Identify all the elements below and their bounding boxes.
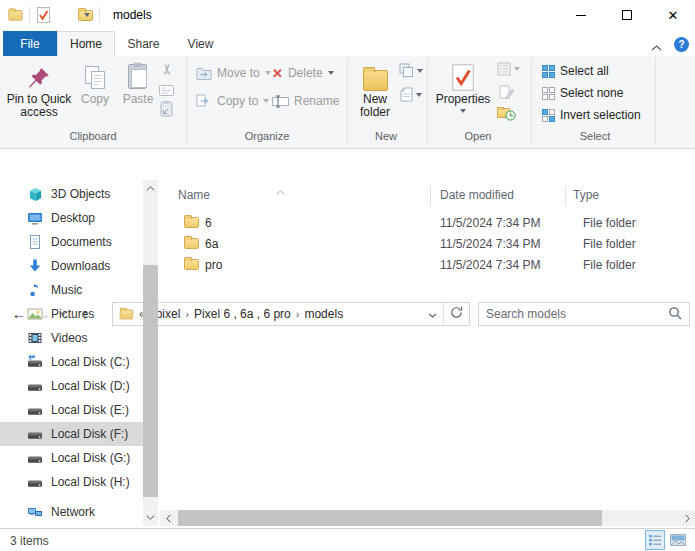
properties-dropdown-icon [460,109,466,113]
folder-icon [184,259,199,270]
items-count: 3 items [10,534,49,548]
title-bar: models ✕ [0,0,695,30]
paste-shortcut-button[interactable] [160,100,173,117]
file-explorer-window: models ✕ File Home Share View ? Pin to Q… [0,0,695,551]
navigation-bar: ← → ↑ « pixel › Pixel 6 , 6a , 6 pro › m… [0,149,695,180]
sidebar-item-local-disk-g[interactable]: Local Disk (G:) [0,446,143,470]
history-button[interactable] [497,106,515,121]
delete-dropdown-icon [328,71,334,75]
new-folder-button[interactable]: New folder [352,59,398,119]
cut-button[interactable]: ✂ [161,61,173,77]
file-row[interactable]: 6a 11/5/2024 7:34 PM File folder [160,234,695,255]
sidebar-item-3d-objects[interactable]: 3D Objects [0,182,143,206]
pin-icon [28,59,50,93]
delete-button[interactable]: ✕ Delete [272,66,334,80]
sidebar-item-pictures[interactable]: Pictures [0,302,143,326]
minimize-button[interactable] [562,0,600,30]
pin-to-quick-access-button[interactable]: Pin to Quick access [6,59,72,119]
copy-to-button[interactable]: Copy to [196,94,269,108]
invert-selection-button[interactable]: Invert selection [542,108,641,122]
qat-customize-dropdown-icon[interactable] [84,13,90,17]
large-icons-view-button[interactable] [669,533,687,547]
address-bar[interactable]: « pixel › Pixel 6 , 6a , 6 pro › models [112,302,470,326]
close-button[interactable]: ✕ [654,0,692,30]
search-box[interactable] [478,302,690,326]
select-all-button[interactable]: Select all [542,64,609,78]
scroll-right-icon[interactable] [679,510,695,526]
refresh-button[interactable] [444,306,469,322]
sidebar-item-local-disk-f[interactable]: Local Disk (F:) [0,422,143,446]
sidebar-item-downloads[interactable]: Downloads [0,254,143,278]
tab-share[interactable]: Share [115,31,172,56]
videos-icon [27,330,43,346]
titlebar-separator [29,7,30,23]
open-dropdown-icon [514,67,520,71]
edit-button[interactable] [499,85,514,99]
scrollbar-thumb[interactable] [178,510,602,526]
sidebar-item-music[interactable]: Music [0,278,143,302]
sidebar-item-local-disk-e[interactable]: Local Disk (E:) [0,398,143,422]
help-icon[interactable]: ? [674,37,689,52]
easy-access-button[interactable] [399,63,423,78]
select-none-button[interactable]: Select none [542,86,623,100]
ribbon: Pin to Quick access Copy Paste ✂ Clipboa… [0,56,695,149]
drive-icon [27,402,43,418]
breadcrumb-segment[interactable]: models [299,307,348,321]
group-label-select: Select [534,130,656,142]
invert-selection-icon [542,109,555,122]
sidebar-item-local-disk-c[interactable]: Local Disk (C:) [0,350,143,374]
copy-path-button[interactable] [159,85,174,96]
qat-properties-button[interactable] [37,7,50,26]
sidebar-item-documents[interactable]: Documents [0,230,143,254]
column-header-date-modified[interactable]: Date modified [440,188,514,202]
minimize-ribbon-icon[interactable] [651,40,662,54]
new-folder-icon [363,59,388,93]
tab-view[interactable]: View [172,31,229,56]
drive-icon [27,378,43,394]
tab-file[interactable]: File [3,31,57,56]
folder-icon [184,238,199,249]
scroll-down-icon[interactable] [143,509,158,526]
properties-button[interactable]: Properties [434,59,492,113]
pictures-icon [27,306,43,322]
sidebar-item-network[interactable]: Network [0,500,143,524]
scroll-left-icon[interactable] [160,510,176,526]
select-none-icon [542,87,555,100]
search-input[interactable] [486,307,668,321]
app-folder-icon [8,10,22,20]
move-to-dropdown-icon [265,71,271,75]
minimize-icon [576,15,586,16]
delete-icon: ✕ [272,67,283,80]
details-view-button[interactable] [645,530,665,550]
file-row[interactable]: 6 11/5/2024 7:34 PM File folder [160,213,695,234]
network-icon [27,504,43,520]
scrollbar-thumb[interactable] [143,265,158,497]
copy-button[interactable]: Copy [74,59,116,106]
open-button[interactable] [497,62,520,76]
sidebar-item-desktop[interactable]: Desktop [0,206,143,230]
titlebar-separator [99,7,100,23]
tab-home[interactable]: Home [57,31,115,56]
address-dropdown-icon[interactable] [422,307,443,321]
column-header-type[interactable]: Type [573,188,599,202]
sidebar-scrollbar[interactable] [143,180,158,526]
sidebar-item-videos[interactable]: Videos [0,326,143,350]
column-separator[interactable] [565,186,566,206]
breadcrumb-segment[interactable]: Pixel 6 , 6a , 6 pro [189,307,296,321]
scroll-up-icon[interactable] [143,180,158,197]
search-icon[interactable] [668,306,682,323]
paste-button[interactable]: Paste [117,59,159,106]
rename-button[interactable]: Rename [272,94,339,108]
move-to-button[interactable]: Move to [196,66,271,80]
maximize-button[interactable] [608,0,646,30]
horizontal-scrollbar[interactable] [160,510,695,526]
new-item-button[interactable] [400,87,422,102]
file-row[interactable]: pro 11/5/2024 7:34 PM File folder [160,255,695,276]
column-separator[interactable] [430,186,431,206]
sidebar-item-local-disk-d[interactable]: Local Disk (D:) [0,374,143,398]
3d-objects-icon [27,186,43,202]
desktop-icon [27,210,43,226]
music-icon [27,282,43,298]
sidebar-item-local-disk-h[interactable]: Local Disk (H:) [0,470,143,494]
column-header-name[interactable]: Name [178,188,210,202]
